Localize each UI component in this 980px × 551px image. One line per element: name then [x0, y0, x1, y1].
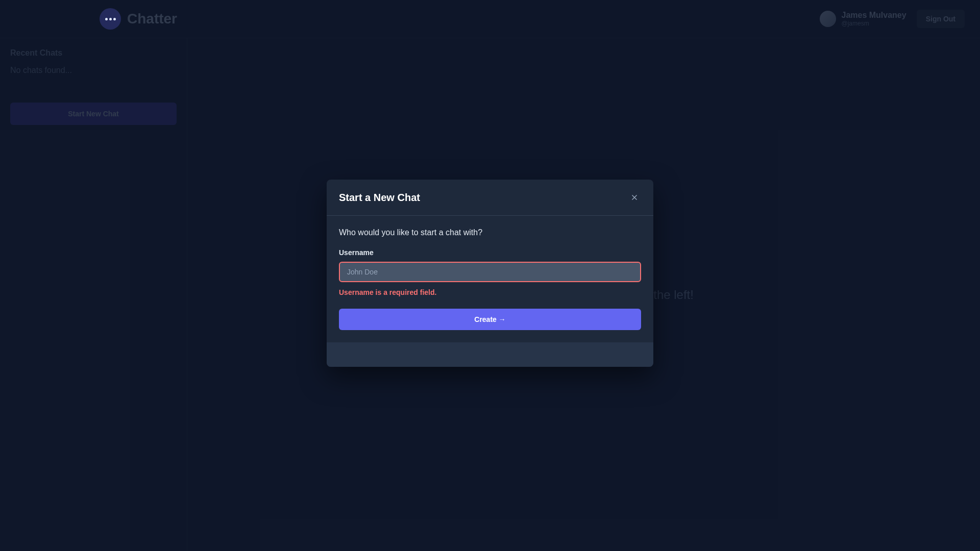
username-input[interactable] [339, 262, 641, 282]
modal-overlay[interactable]: Start a New Chat Who would you like to s… [0, 0, 980, 551]
close-icon [630, 193, 639, 202]
modal-header: Start a New Chat [327, 180, 653, 216]
username-label: Username [339, 248, 641, 257]
create-button[interactable]: Create → [339, 309, 641, 330]
close-button[interactable] [628, 191, 641, 204]
modal-title: Start a New Chat [339, 192, 420, 204]
validation-error: Username is a required field. [339, 288, 641, 296]
modal-body: Who would you like to start a chat with?… [327, 216, 653, 342]
modal-prompt: Who would you like to start a chat with? [339, 228, 641, 237]
modal-footer [327, 342, 653, 367]
new-chat-modal: Start a New Chat Who would you like to s… [327, 180, 653, 367]
